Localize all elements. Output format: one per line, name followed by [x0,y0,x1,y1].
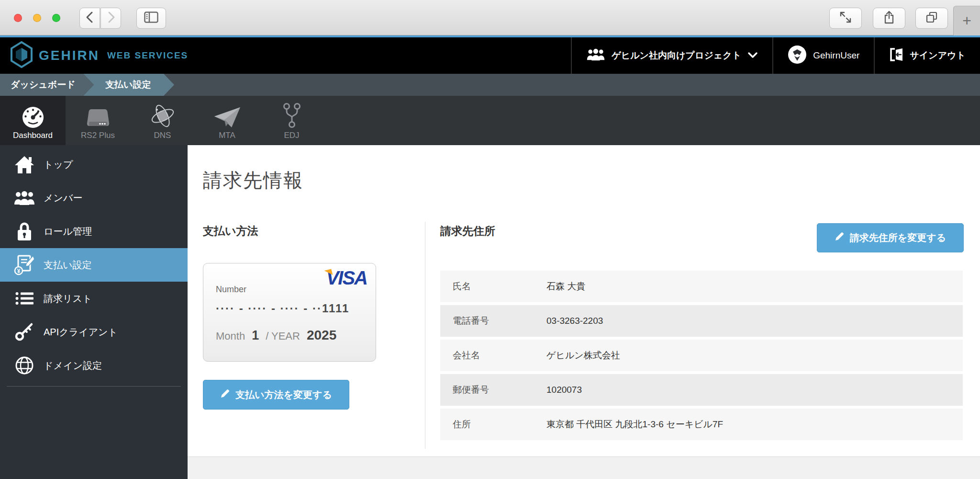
row-label: 氏名 [453,280,546,293]
branch-icon [282,103,301,128]
list-icon [13,291,35,306]
chevron-down-icon [747,50,758,61]
back-chevron-icon [85,11,95,25]
product-nav: Dashboard RS2 Plus DNS MTA EDJ [0,96,980,145]
nav-item-edj[interactable]: EDJ [259,96,324,145]
nav-item-rs2-plus[interactable]: RS2 Plus [66,96,130,145]
button-label: 請求先住所を変更する [850,231,946,244]
browser-forward-button[interactable] [100,8,121,29]
members-icon [13,191,35,205]
browser-toolbar: + [0,0,980,35]
people-icon [586,48,605,63]
page-title: 請求先情報 [203,167,303,194]
sidebar-item-api-clients[interactable]: APIクライアント [0,315,188,349]
sidebar-item-label: 支払い設定 [44,259,91,272]
main-content: 請求先情報 支払い方法 Number VISA ···· - ···· - ··… [188,145,980,456]
tabs-overview-icon [925,11,938,25]
sidebar-item-label: 請求リスト [44,292,92,305]
row-label: 住所 [453,418,546,431]
row-label: 郵便番号 [453,384,546,396]
gauge-icon [22,103,44,128]
sidebar-item-invoice-list[interactable]: 請求リスト [0,282,188,315]
atom-icon [150,103,175,128]
gehirn-logo[interactable]: GEHIRN WEB SERVICES [11,41,188,70]
sidebar-panel-icon [144,11,158,25]
nav-label: RS2 Plus [81,131,115,140]
signout-label: サインアウト [910,49,966,62]
footer-band [188,456,980,479]
table-row-company: 会社名 ゲヒルン株式会社 [440,340,963,371]
key-icon [13,322,35,342]
breadcrumb: ダッシュボード 支払い設定 [0,74,980,96]
user-name: GehirnUser [813,50,859,61]
card-number-label: Number [216,285,246,295]
new-tab-button[interactable]: + [953,6,980,35]
month-label: Month [216,330,245,342]
table-row-name: 氏名 石森 大貴 [440,271,963,302]
browser-back-button[interactable] [79,8,100,29]
sidebar-item-members[interactable]: メンバー [0,181,188,215]
sidebar-item-label: トップ [44,158,73,171]
sidebar: トップ メンバー ロール管理 ¥ 支払い設定 請求リスト [0,145,188,479]
payment-icon: ¥ [13,254,35,275]
column-divider [425,222,425,449]
nav-label: EDJ [284,131,299,140]
sidebar-item-roles[interactable]: ロール管理 [0,215,188,248]
share-button[interactable] [873,8,905,29]
breadcrumb-payment-settings[interactable]: 支払い設定 [83,74,174,96]
change-billing-address-button[interactable]: 請求先住所を変更する [817,223,964,252]
billing-address-table: 氏名 石森 大貴 電話番号 03-3263-2203 会社名 ゲヒルン株式会社 … [440,271,963,443]
table-row-phone: 電話番号 03-3263-2203 [440,305,963,337]
screen: + GEHIRN WEB SERVICES ゲヒルン社内向けプロジェクト [0,0,980,479]
sidebar-item-label: ロール管理 [44,225,92,238]
sidebar-item-domain-settings[interactable]: ドメイン設定 [0,349,188,382]
card-expiry: Month 1 / YEAR 2025 [216,328,336,343]
project-selector-label: ゲヒルン社内向けプロジェクト [612,49,741,62]
avatar [788,45,807,67]
sidebar-item-label: ドメイン設定 [44,359,102,372]
visa-logo: VISA [326,267,367,289]
plus-icon: + [962,12,971,30]
row-value: ゲヒルン株式会社 [546,349,620,362]
sidebar-item-label: APIクライアント [44,326,118,339]
card-masked-number: ···· - ···· - ···· - ··1111 [216,302,349,315]
row-value: 1020073 [546,385,582,395]
payment-method-heading: 支払い方法 [203,224,258,239]
user-menu[interactable]: GehirnUser [772,37,874,74]
table-row-postal-code: 郵便番号 1020073 [440,374,963,406]
nav-label: Dashboard [13,131,53,140]
table-row-address: 住所 東京都 千代田区 九段北1-3-6 セーキビル7F [440,409,963,440]
change-payment-method-button[interactable]: 支払い方法を変更する [203,380,349,410]
brand-name: GEHIRN [39,48,100,63]
show-tabs-button[interactable] [915,8,948,29]
signout-button[interactable]: サインアウト [874,37,980,74]
nav-item-dns[interactable]: DNS [130,96,195,145]
lock-icon [13,222,35,241]
sidebar-item-label: メンバー [44,192,82,205]
sidebar-toggle-button[interactable] [136,8,166,29]
nav-item-mta[interactable]: MTA [195,96,259,145]
breadcrumb-dashboard[interactable]: ダッシュボード [0,74,94,96]
zoom-window-button[interactable] [52,14,60,22]
project-selector[interactable]: ゲヒルン社内向けプロジェクト [571,37,772,74]
credit-card-summary: Number VISA ···· - ···· - ···· - ··1111 … [203,263,376,362]
forward-chevron-icon [106,11,116,25]
hexagon-logo-icon [11,41,33,70]
svg-text:¥: ¥ [17,268,21,274]
row-label: 電話番号 [453,315,546,327]
sidebar-item-top[interactable]: トップ [0,148,188,181]
traffic-lights [14,14,60,22]
nav-label: MTA [219,131,235,140]
year-value: 2025 [307,328,336,343]
app-header: GEHIRN WEB SERVICES ゲヒルン社内向けプロジェクト Gehir… [0,35,980,74]
nav-item-dashboard[interactable]: Dashboard [0,96,66,145]
minimize-window-button[interactable] [33,14,41,22]
month-value: 1 [252,328,259,343]
share-icon [883,11,895,26]
row-value: 東京都 千代田区 九段北1-3-6 セーキビル7F [546,418,723,431]
close-window-button[interactable] [14,14,22,22]
fullscreen-button[interactable] [829,8,862,29]
sidebar-item-payment-settings[interactable]: ¥ 支払い設定 [0,248,188,282]
server-icon [86,103,111,128]
row-value: 石森 大貴 [546,280,585,293]
